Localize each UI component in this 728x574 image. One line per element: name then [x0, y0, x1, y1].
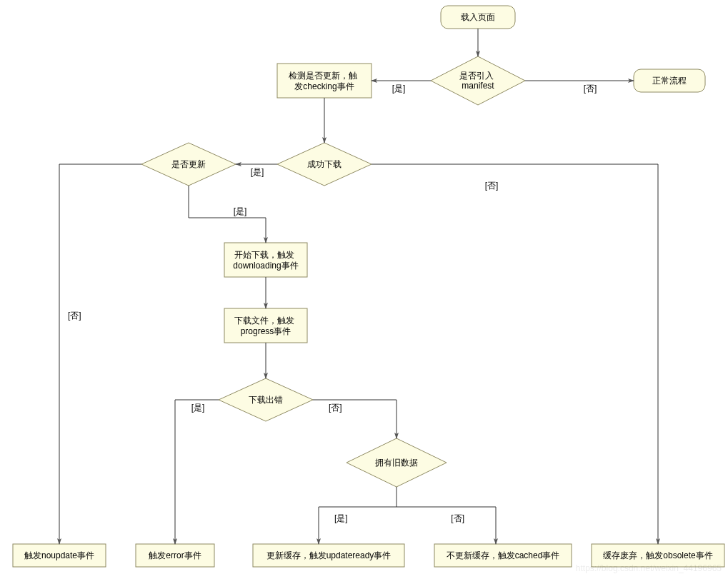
- node-normal-flow: 正常流程: [634, 69, 705, 92]
- node-noupdate: 触发noupdate事件: [13, 544, 106, 567]
- label-download-no: [否]: [485, 181, 499, 191]
- label-update-no: [否]: [68, 311, 81, 321]
- progress-label: 下载文件，触发 progress事件: [234, 316, 296, 336]
- label-manifest-yes: [是]: [392, 84, 406, 94]
- edge-update-yes: [189, 186, 266, 243]
- label-manifest-no: [否]: [584, 84, 597, 94]
- node-cached: 不更新缓存，触发cached事件: [434, 544, 572, 567]
- download-error-label: 下载出错: [249, 395, 283, 405]
- edge-dlerror-yes: [175, 400, 219, 544]
- node-load-page: 载入页面: [441, 6, 515, 29]
- svg-rect-3: [277, 64, 372, 98]
- label-update-yes: [是]: [234, 206, 247, 216]
- updateready-label: 更新缓存，触发updateready事件: [266, 550, 392, 560]
- is-update-label: 是否更新: [171, 159, 206, 169]
- node-checking: 检测是否更新，触 发checking事件: [277, 64, 372, 98]
- edge-update-no: [59, 164, 141, 544]
- has-old-data-label: 拥有旧数据: [375, 458, 418, 468]
- load-page-label: 载入页面: [461, 12, 495, 22]
- svg-rect-7: [224, 308, 307, 343]
- node-is-update: 是否更新: [141, 143, 236, 186]
- label-dlerror-no: [否]: [329, 403, 342, 413]
- cached-label: 不更新缓存，触发cached事件: [447, 550, 560, 560]
- node-import-manifest: 是否引入 manifest: [431, 56, 525, 105]
- node-progress: 下载文件，触发 progress事件: [224, 308, 307, 343]
- import-manifest-label: 是否引入 manifest: [459, 71, 496, 91]
- error-label: 触发error事件: [149, 550, 201, 560]
- node-downloading: 开始下载，触发 downloading事件: [224, 243, 307, 277]
- label-olddata-no: [否]: [451, 513, 464, 523]
- checking-label: 检测是否更新，触 发checking事件: [289, 71, 359, 91]
- obsolete-label: 缓存废弃，触发obsolete事件: [603, 550, 712, 560]
- label-olddata-yes: [是]: [334, 513, 348, 523]
- download-ok-label: 成功下载: [307, 159, 341, 169]
- normal-flow-label: 正常流程: [652, 76, 687, 86]
- label-dlerror-yes: [是]: [191, 403, 205, 413]
- edge-dlerror-no: [313, 400, 397, 438]
- edge-olddata-split: [319, 487, 496, 507]
- watermark-text: https://blog.csdn.net/weixin_44196965: [576, 563, 722, 573]
- label-download-yes: [是]: [251, 167, 264, 177]
- noupdate-label: 触发noupdate事件: [24, 550, 94, 560]
- edge-download-no: [372, 164, 658, 544]
- flowchart-canvas: 载入页面 是否引入 manifest 正常流程 检测是否更新，触 发checki…: [0, 0, 728, 574]
- node-error: 触发error事件: [136, 544, 214, 567]
- svg-rect-6: [224, 243, 307, 277]
- node-has-old-data: 拥有旧数据: [346, 438, 447, 487]
- downloading-label: 开始下载，触发 downloading事件: [233, 250, 298, 271]
- node-download-error: 下载出错: [219, 378, 313, 421]
- node-updateready: 更新缓存，触发updateready事件: [253, 544, 404, 567]
- node-download-ok: 成功下载: [277, 143, 372, 186]
